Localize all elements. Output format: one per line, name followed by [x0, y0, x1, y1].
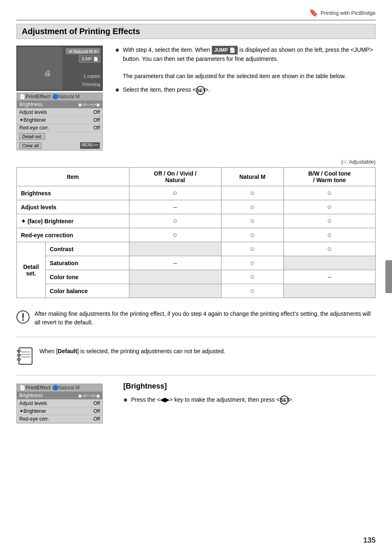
bottom-redeye-row: Red-eye corr. Off [17, 415, 102, 423]
table-row-color-balance: Color balance ○ [17, 284, 376, 298]
bottom-bullet-text: Press the <◀▶> key to make the adjustmen… [131, 396, 294, 405]
default-bold: Default [58, 348, 77, 354]
adjust-levels-row: Adjust levels Off [17, 109, 102, 116]
color-tone-col2: ○ [221, 270, 284, 284]
adjust-levels-col2: ○ [221, 200, 284, 214]
brightness-label: Brightness [19, 102, 43, 107]
natural-label-text: Natural M [73, 49, 93, 54]
table-row-saturation: Saturation – ○ [17, 256, 376, 270]
bottom-redeye-label: Red-eye corr. [19, 416, 49, 422]
clear-all-btn[interactable]: Clear all [19, 142, 42, 149]
contrast-col2: ○ [221, 242, 284, 256]
bottom-brightener-value: Off [93, 408, 100, 414]
detail-set-label: Detailset. [17, 242, 46, 298]
camera-menu-bottom-header: 📄PrintEffect 🔵Natural M [17, 384, 102, 392]
table-row-redeye: Red-eye correction ○ ○ ○ [17, 228, 376, 242]
set-button-inline: SET [196, 86, 205, 95]
bullet-content: ● With step 4, select the item. When JUM… [115, 46, 376, 150]
bottom-section: 📄PrintEffect 🔵Natural M Brightness ▣+|+○… [16, 382, 376, 423]
saturation-col1: – [129, 256, 221, 270]
side-tab [385, 260, 392, 293]
color-tone-label: Color tone [46, 270, 129, 284]
bullet-dot-1: ● [115, 46, 120, 55]
arrow-icon: ◀▶ [160, 396, 169, 403]
table-row-adjust-levels: Adjust levels – ○ ○ [17, 200, 376, 214]
redeye-value: Off [93, 125, 100, 131]
bottom-brightness-label: Brightness [19, 393, 43, 398]
detail-set-btn[interactable]: Detail set. [19, 133, 45, 140]
natural-m-label: 🔵Natural M [52, 94, 80, 99]
trimming-label: Trimming [82, 82, 100, 87]
adjustable-note: (○: Adjustable) [16, 159, 376, 165]
redeye-col3: ○ [284, 228, 375, 242]
color-balance-label: Color balance [46, 284, 129, 298]
bottom-adjust-levels-row: Adjust levels Off [17, 400, 102, 407]
brightener-row-label: ✦ (face) Brightener [17, 214, 129, 228]
bottom-print-effect-label: 📄PrintEffect [19, 385, 51, 391]
bullet-item-1: ● With step 4, select the item. When JUM… [115, 46, 376, 81]
adjust-levels-col1: – [129, 200, 221, 214]
brightness-col3: ○ [284, 186, 375, 200]
copies-label: 1 copies [83, 74, 100, 79]
color-tone-col3: – [284, 270, 375, 284]
table-row-color-tone: Color tone ○ – [17, 270, 376, 284]
print-effect-label: 📄PrintEffect [19, 94, 51, 99]
redeye-col1: ○ [129, 228, 221, 242]
camera-ui-top: ◀ Natural M ▶ JUMP 📄 🖨 1 copies Trimming… [16, 46, 107, 150]
bullet-text-2: Select the item, then press <SET>. [123, 86, 210, 95]
notebook-icon [16, 347, 35, 365]
section-title: Adjustment of Printing Effects [16, 24, 376, 39]
adjust-levels-col3: ○ [284, 200, 375, 214]
warning-text: After making fine adjustments for the pr… [35, 310, 376, 327]
bullet-item-2: ● Select the item, then press <SET>. [115, 86, 376, 95]
saturation-col2: ○ [221, 256, 284, 270]
slider-bar: ▣+|+○+|+▣ [78, 102, 100, 107]
brightener-col2: ○ [221, 214, 284, 228]
table-row-contrast: Detailset. Contrast ○ ○ [17, 242, 376, 256]
redeye-label: Red-eye corr. [19, 125, 49, 131]
adjust-levels-row-label: Adjust levels [17, 200, 129, 214]
brightness-row-label: Brightness [17, 186, 129, 200]
bottom-bullet-content: [Brightness] ● Press the <◀▶> key to mak… [123, 382, 376, 423]
table-row-brightness: Brightness ○ ○ ○ [17, 186, 376, 200]
warning-note: ! After making fine adjustments for the … [16, 306, 376, 330]
bottom-brightener-label: ✦Brightener [19, 408, 46, 414]
saturation-col3 [284, 256, 375, 270]
camera-screen: ◀ Natural M ▶ JUMP 📄 🖨 1 copies Trimming [16, 46, 103, 91]
pictbridge-icon: 🔖 [309, 8, 318, 17]
bottom-redeye-value: Off [93, 416, 100, 422]
contrast-col1 [129, 242, 221, 256]
jump-inline-badge: JUMP 📄 [212, 46, 238, 55]
bottom-bullet-dot: ● [123, 396, 128, 405]
menu-badge: MENU ↩ [80, 142, 100, 149]
brightness-section-title: [Brightness] [123, 382, 376, 391]
col-header-bw: B/W / Cool tone/ Warm tone [284, 168, 375, 186]
bottom-natural-m-label: 🔵Natural M [52, 385, 80, 391]
col-header-natural-m: Natural M [221, 168, 284, 186]
brightener-col1: ○ [129, 214, 221, 228]
camera-ui-bottom: 📄PrintEffect 🔵Natural M Brightness ▣+|+○… [16, 382, 107, 423]
camera-menu-bottom: 📄PrintEffect 🔵Natural M Brightness ▣+|+○… [16, 384, 103, 423]
jump-badge: JUMP 📄 [79, 56, 100, 62]
color-balance-col1 [129, 284, 221, 298]
bullet-dot-2: ● [115, 86, 120, 95]
header-title: Printing with PictBridge [321, 10, 376, 16]
color-tone-col1 [129, 270, 221, 284]
natural-label: ◀ Natural M ▶ [66, 48, 100, 54]
brightener-row: ✦Brightener Off [17, 116, 102, 124]
contrast-col3: ○ [284, 242, 375, 256]
main-table: Item Off / On / Vivid /Natural Natural M… [16, 167, 376, 298]
col-header-item: Item [17, 168, 129, 186]
brightness-col1: ○ [129, 186, 221, 200]
adjust-levels-value: Off [93, 109, 100, 115]
contrast-label: Contrast [46, 242, 129, 256]
page-header: 🔖 Printing with PictBridge [16, 8, 376, 21]
brightness-col2: ○ [221, 186, 284, 200]
copy-icon: 🖨 [44, 69, 51, 78]
color-balance-col3 [284, 284, 375, 298]
bottom-brightener-row: ✦Brightener Off [17, 407, 102, 415]
bottom-set-button: SET [280, 396, 289, 405]
bottom-brightness-row: Brightness ▣+|+○+|+▣ [17, 392, 102, 400]
svg-rect-0 [19, 348, 32, 364]
info-text: When [Default] is selected, the printing… [39, 347, 225, 356]
